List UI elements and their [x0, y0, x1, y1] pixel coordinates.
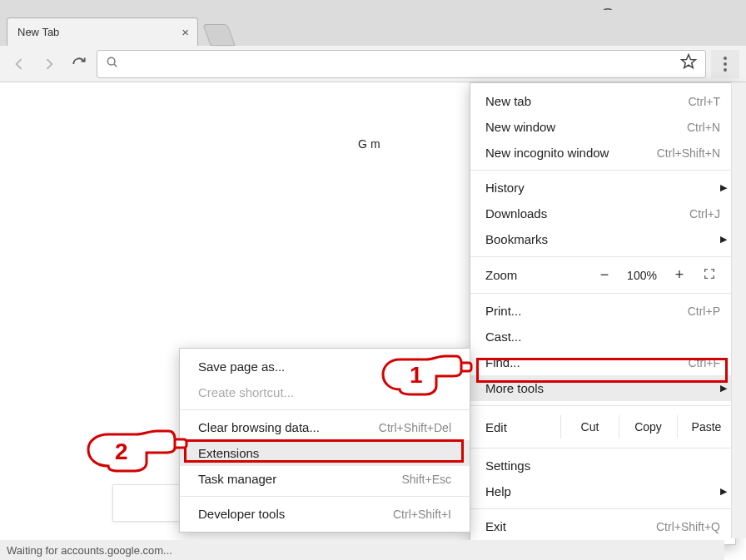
status-text: Waiting for accounts.google.com...	[7, 544, 172, 557]
zoom-value: 100%	[619, 269, 665, 282]
menu-cast[interactable]: Cast...	[470, 324, 735, 349]
more-tools-submenu: Save page as... Create shortcut... Clear…	[179, 348, 470, 533]
edit-paste-button[interactable]: Paste	[677, 415, 735, 439]
tab-title: New Tab	[17, 26, 59, 38]
new-tab-button[interactable]	[202, 24, 235, 46]
edit-copy-button[interactable]: Copy	[619, 415, 677, 439]
menu-history[interactable]: History▶	[470, 175, 735, 201]
forward-button[interactable]	[37, 52, 62, 77]
menu-downloads[interactable]: DownloadsCtrl+J	[470, 201, 735, 226]
back-button[interactable]	[7, 52, 32, 77]
search-icon	[106, 56, 119, 72]
submenu-save-page[interactable]: Save page as...	[180, 354, 470, 379]
gmail-link-partial[interactable]: Gm	[358, 137, 384, 151]
submenu-task-manager[interactable]: Task managerShift+Esc	[180, 466, 470, 492]
chrome-menu: New tabCtrl+T New windowCtrl+N New incog…	[470, 82, 736, 545]
address-bar[interactable]	[97, 50, 706, 78]
svg-marker-8	[682, 55, 696, 68]
menu-settings[interactable]: Settings	[470, 453, 735, 478]
menu-more-tools[interactable]: More tools▶	[470, 375, 735, 401]
chevron-right-icon: ▶	[720, 486, 727, 497]
menu-zoom: Zoom − 100% +	[470, 261, 735, 289]
menu-new-window[interactable]: New windowCtrl+N	[470, 114, 735, 140]
submenu-dev-tools[interactable]: Developer toolsCtrl+Shift+I	[180, 501, 470, 527]
submenu-clear-data[interactable]: Clear browsing data...Ctrl+Shift+Del	[180, 414, 470, 440]
status-bar: Waiting for accounts.google.com...	[0, 540, 724, 560]
bookmark-star-icon[interactable]	[680, 53, 697, 74]
svg-point-6	[107, 57, 115, 65]
edit-cut-button[interactable]: Cut	[560, 415, 619, 439]
menu-edit-row: Edit Cut Copy Paste	[470, 410, 735, 444]
chevron-right-icon: ▶	[720, 234, 727, 245]
tab-close-icon[interactable]: ×	[182, 25, 189, 39]
svg-line-7	[114, 64, 117, 67]
reload-button[interactable]	[67, 52, 92, 77]
submenu-create-shortcut: Create shortcut...	[180, 379, 470, 405]
chevron-right-icon: ▶	[720, 182, 727, 193]
submenu-extensions[interactable]: Extensions	[180, 440, 470, 466]
zoom-in-button[interactable]: +	[665, 266, 694, 284]
toolbar	[0, 46, 746, 82]
menu-bookmarks[interactable]: Bookmarks▶	[470, 226, 735, 252]
menu-incognito[interactable]: New incognito windowCtrl+Shift+N	[470, 140, 735, 166]
menu-help[interactable]: Help▶	[470, 478, 735, 504]
chrome-menu-button[interactable]	[711, 50, 739, 78]
tab-new-tab[interactable]: New Tab ×	[7, 17, 198, 46]
menu-new-tab[interactable]: New tabCtrl+T	[470, 88, 735, 114]
fullscreen-icon[interactable]	[694, 267, 725, 283]
menu-find[interactable]: Find...Ctrl+F	[470, 349, 735, 375]
tab-strip: New Tab ×	[0, 10, 746, 46]
menu-exit[interactable]: ExitCtrl+Shift+Q	[470, 513, 735, 539]
vertical-scrollbar[interactable]	[731, 82, 746, 538]
chevron-right-icon: ▶	[720, 383, 727, 394]
zoom-out-button[interactable]: −	[590, 266, 619, 284]
three-dots-icon	[724, 57, 727, 72]
menu-print[interactable]: Print...Ctrl+P	[470, 298, 735, 324]
